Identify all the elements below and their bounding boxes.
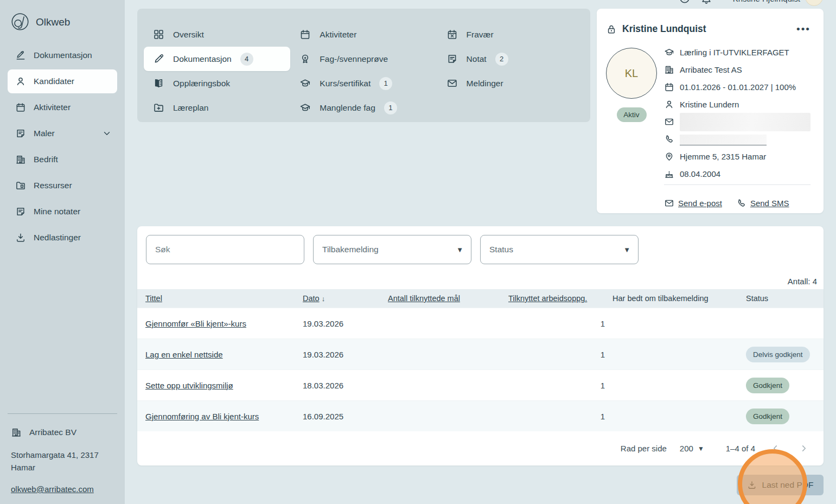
cell-tasks: 1 (508, 381, 612, 390)
calendar-icon (299, 29, 311, 40)
cell-status: Godkjent (746, 378, 824, 393)
topbar-user-name: Kristine Hjelmquist (733, 0, 800, 3)
candidate-name: Kristine Lundquist (622, 23, 706, 35)
tab-oversikt[interactable]: Oversikt (144, 22, 290, 47)
tab-column-1: Oversikt Dokumentasjon 4 Opplæringsbok L… (144, 22, 290, 122)
profile-birthdate: 08.04.2004 (680, 169, 720, 178)
tab-label: Manglende fag (320, 103, 375, 113)
award-icon (299, 53, 311, 65)
profile-company: Arribatec Test AS (680, 65, 742, 74)
column-header-arbeidsoppg[interactable]: Tilknyttet arbeidsoppg. (508, 294, 587, 303)
profile-actions: Send e-post Send SMS (664, 198, 789, 208)
status-filter-dropdown[interactable]: Status ▼ (480, 235, 639, 264)
profile-role: Lærling i IT-UTVIKLERFAGET (680, 48, 789, 57)
building-icon (11, 427, 22, 438)
profile-address: Hjemme 5, 2315 Hamar (680, 152, 766, 161)
cell-date: 18.03.2026 (303, 381, 388, 390)
map-pin-icon (664, 151, 674, 162)
feedback-filter-dropdown[interactable]: Tilbakemelding ▼ (313, 235, 471, 264)
tab-laereplan[interactable]: Læreplan (144, 95, 290, 120)
tab-dokumentasjon[interactable]: Dokumentasjon 4 (144, 47, 290, 71)
more-options-button[interactable]: ••• (796, 27, 811, 32)
document-link[interactable]: Gjennomfør «Bli kjent»-kurs (145, 319, 246, 328)
tab-meldinger[interactable]: Meldinger (437, 71, 584, 95)
footer-company: Arribatec BV (8, 427, 117, 438)
tab-label: Kurs/sertifikat (320, 79, 371, 88)
tab-manglende-fag[interactable]: Manglende fag 1 (290, 95, 437, 120)
tab-fravaer[interactable]: Fravær (437, 22, 584, 47)
send-sms-link[interactable]: Send SMS (736, 198, 789, 208)
tab-aktiviteter[interactable]: Aktiviteter (290, 22, 437, 47)
next-page-button[interactable] (795, 441, 812, 457)
tab-label: Aktiviteter (320, 30, 356, 40)
cell-date: 19.03.2026 (303, 319, 388, 328)
cell-status: Delvis godkjent (746, 347, 824, 362)
document-link[interactable]: Lag en enkel nettside (145, 350, 223, 359)
tab-count-badge: 4 (240, 53, 253, 66)
sidebar-item-label: Dokumentasjon (34, 50, 92, 60)
footer-address: Storhamargata 41, 2317 Hamar (8, 449, 111, 474)
footer-email-link[interactable]: olkweb@arribatec.com (8, 484, 94, 494)
tab-count-badge: 1 (384, 101, 397, 114)
tab-kurs-sertifikat[interactable]: Kurs/sertifikat 1 (290, 71, 437, 95)
pagination-range: 1–4 of 4 (726, 444, 755, 453)
document-link[interactable]: Gjennomføring av Bli kjent-kurs (145, 412, 259, 421)
column-header-antall-mal[interactable]: Antall tilknyttede mål (388, 294, 460, 303)
chevron-right-icon (799, 444, 808, 453)
building-icon (664, 65, 674, 75)
sidebar-item-nedlastinger[interactable]: Nedlastinger (8, 226, 117, 250)
sidebar-item-label: Maler (34, 129, 55, 138)
document-link[interactable]: Sette opp utviklingsmiljø (145, 381, 233, 390)
profile-address-row: Hjemme 5, 2315 Hamar (664, 151, 811, 162)
cell-date: 16.09.2025 (303, 412, 388, 421)
tab-opplaeringsbok[interactable]: Opplæringsbok (144, 71, 290, 95)
sidebar-item-dokumentasjon[interactable]: Dokumentasjon (8, 43, 117, 67)
sidebar: Olkweb Dokumentasjon Kandidater Aktivite… (0, 0, 125, 504)
sort-desc-arrow: ↓ (322, 295, 326, 303)
footer-company-name: Arribatec BV (29, 428, 76, 437)
app-logo[interactable]: Olkweb (8, 11, 117, 43)
table-row: Sette opp utviklingsmiljø 18.03.2026 1 G… (137, 369, 824, 400)
graduation-cap-icon (299, 102, 311, 113)
lock-icon (606, 24, 617, 35)
sidebar-item-maler[interactable]: Maler (8, 122, 117, 145)
sidebar-item-aktiviteter[interactable]: Aktiviteter (8, 95, 117, 119)
pagination-bar: Rad per side 200 ▼ 1–4 of 4 (137, 431, 824, 465)
download-pdf-button[interactable]: Last ned PDF (737, 475, 824, 495)
column-header-dato[interactable]: Dato (303, 294, 320, 303)
notifications-bell-icon[interactable] (700, 0, 712, 4)
tab-fag-svenneprove[interactable]: Fag-/svenneprøve (290, 47, 437, 71)
profile-role-row: Lærling i IT-UTVIKLERFAGET (664, 47, 811, 58)
calendar-x-icon (446, 29, 458, 40)
feedback-filter-label: Tilbakemelding (322, 245, 379, 254)
help-icon[interactable] (679, 0, 691, 4)
send-email-link[interactable]: Send e-post (664, 198, 722, 208)
tab-notat[interactable]: Notat 2 (437, 47, 584, 71)
person-icon (15, 76, 26, 87)
column-header-status: Status (746, 294, 824, 303)
rows-per-page-label: Rad per side (621, 444, 667, 453)
mail-icon (664, 198, 674, 208)
sidebar-item-bedrift[interactable]: Bedrift (8, 148, 117, 171)
profile-header: Kristine Lundquist ••• (606, 23, 811, 35)
documentation-table-card: Tilbakemelding ▼ Status ▼ Antall: 4 Titt… (137, 226, 824, 465)
search-input[interactable] (146, 235, 304, 264)
sidebar-item-mine-notater[interactable]: Mine notater (8, 200, 117, 224)
topbar-avatar[interactable] (805, 0, 823, 6)
sidebar-item-label: Mine notater (34, 207, 80, 216)
caret-down-icon: ▼ (623, 246, 630, 254)
tab-column-3: Fravær Notat 2 Meldinger (437, 22, 584, 122)
rows-per-page-dropdown[interactable]: 200 ▼ (680, 444, 704, 453)
send-email-label: Send e-post (678, 199, 722, 208)
sidebar-item-ressurser[interactable]: Ressurser (8, 174, 117, 197)
previous-page-button[interactable] (767, 441, 783, 457)
profile-avatar-block: KL Aktiv (606, 48, 657, 122)
candidate-tabs-card: Oversikt Dokumentasjon 4 Opplæringsbok L… (137, 9, 590, 122)
column-header-tittel[interactable]: Tittel (145, 294, 162, 303)
sidebar-item-label: Ressurser (34, 181, 72, 190)
sidebar-item-kandidater[interactable]: Kandidater (8, 69, 117, 93)
graduation-cap-icon (664, 47, 674, 58)
app-window: Kristine Hjelmquist Olkweb Dokumentasjon… (0, 0, 836, 504)
sidebar-footer: Arribatec BV Storhamargata 41, 2317 Hama… (8, 413, 117, 495)
sidebar-item-label: Bedrift (34, 155, 58, 164)
